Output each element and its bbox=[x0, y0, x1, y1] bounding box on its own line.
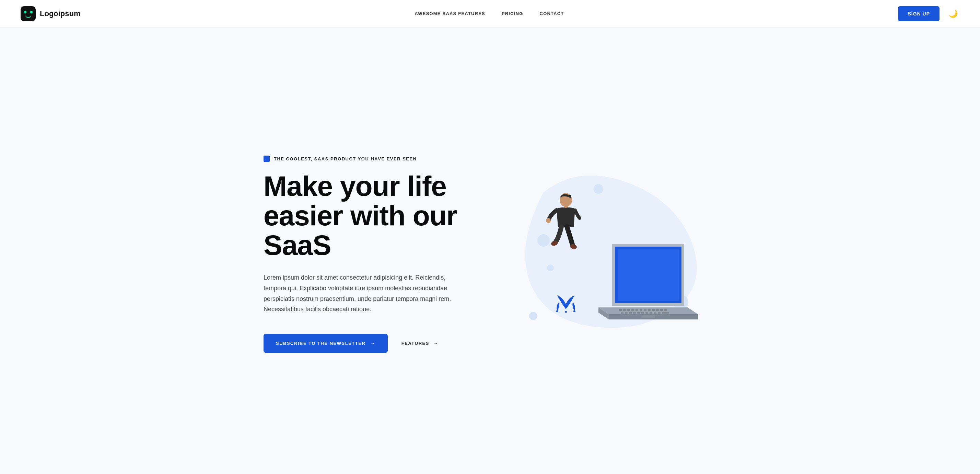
nav-links: AWESOME SAAS FEATURES PRICING CONTACT bbox=[415, 11, 564, 16]
hero-badge: THE COOLEST, SAAS PRODUCT YOU HAVE EVER … bbox=[264, 156, 483, 162]
svg-rect-26 bbox=[648, 309, 651, 311]
logo-mouth bbox=[25, 16, 31, 18]
svg-point-2 bbox=[593, 184, 603, 194]
nav-actions: SIGN UP 🌙 bbox=[898, 6, 959, 21]
svg-rect-38 bbox=[649, 312, 652, 314]
svg-rect-39 bbox=[654, 312, 656, 314]
svg-rect-34 bbox=[633, 312, 636, 314]
svg-point-11 bbox=[565, 311, 567, 313]
svg-rect-33 bbox=[629, 312, 632, 314]
svg-rect-40 bbox=[658, 312, 660, 314]
badge-square-icon bbox=[264, 156, 270, 162]
hero-description: Lorem ipsum dolor sit amet consectetur a… bbox=[264, 272, 456, 314]
nav-link-contact[interactable]: CONTACT bbox=[540, 11, 564, 16]
splash-svg bbox=[550, 285, 581, 313]
arrow-right-icon-features: → bbox=[433, 341, 439, 346]
svg-marker-15 bbox=[618, 249, 679, 301]
dark-mode-toggle[interactable]: 🌙 bbox=[947, 7, 959, 20]
hero-illustration bbox=[508, 172, 716, 337]
svg-rect-22 bbox=[632, 309, 634, 311]
hero-actions: SUBSCRIBE TO THE NEWSLETTER → FEATURES → bbox=[264, 334, 483, 353]
svg-rect-42 bbox=[641, 315, 655, 318]
subscribe-button[interactable]: SUBSCRIBE TO THE NEWSLETTER → bbox=[264, 334, 388, 353]
signup-button[interactable]: SIGN UP bbox=[898, 6, 940, 21]
svg-rect-25 bbox=[644, 309, 646, 311]
features-button[interactable]: FEATURES → bbox=[401, 341, 439, 346]
arrow-right-icon: → bbox=[370, 341, 375, 346]
svg-rect-41 bbox=[662, 312, 669, 314]
svg-rect-37 bbox=[646, 312, 648, 314]
laptop-svg bbox=[592, 241, 708, 330]
nav-link-features[interactable]: AWESOME SAAS FEATURES bbox=[415, 11, 485, 16]
svg-point-10 bbox=[556, 310, 558, 312]
logo-text: Logoipsum bbox=[40, 9, 81, 18]
svg-rect-31 bbox=[621, 312, 624, 314]
svg-rect-29 bbox=[660, 309, 663, 311]
navbar: Logoipsum AWESOME SAAS FEATURES PRICING … bbox=[0, 0, 980, 27]
svg-rect-32 bbox=[625, 312, 628, 314]
svg-rect-28 bbox=[656, 309, 659, 311]
svg-rect-23 bbox=[635, 309, 638, 311]
hero-section: THE COOLEST, SAAS PRODUCT YOU HAVE EVER … bbox=[243, 27, 737, 474]
svg-rect-35 bbox=[637, 312, 640, 314]
svg-point-12 bbox=[573, 310, 576, 312]
illustration-blob bbox=[516, 172, 708, 337]
badge-text: THE COOLEST, SAAS PRODUCT YOU HAVE EVER … bbox=[274, 156, 417, 161]
svg-rect-20 bbox=[623, 309, 626, 311]
hero-title: Make your life easier with our SaaS bbox=[264, 171, 483, 260]
svg-point-4 bbox=[529, 312, 537, 320]
svg-rect-30 bbox=[664, 309, 667, 311]
svg-point-7 bbox=[546, 218, 551, 223]
hero-content: THE COOLEST, SAAS PRODUCT YOU HAVE EVER … bbox=[264, 156, 483, 353]
nav-link-pricing[interactable]: PRICING bbox=[502, 11, 523, 16]
svg-rect-36 bbox=[641, 312, 644, 314]
svg-rect-21 bbox=[627, 309, 630, 311]
svg-rect-24 bbox=[640, 309, 642, 311]
svg-rect-19 bbox=[619, 309, 622, 311]
person-svg bbox=[544, 192, 588, 261]
logo-icon bbox=[21, 6, 36, 21]
svg-rect-27 bbox=[652, 309, 655, 311]
logo[interactable]: Logoipsum bbox=[21, 6, 81, 21]
svg-point-1 bbox=[547, 265, 554, 271]
